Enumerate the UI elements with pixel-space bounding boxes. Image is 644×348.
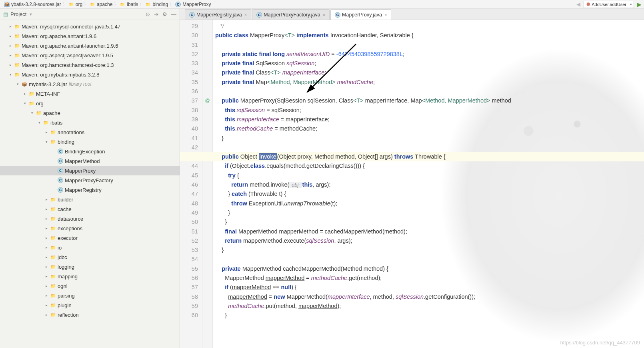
tree-twisty[interactable]: ▸ <box>43 130 50 134</box>
tree-twisty[interactable]: ▸ <box>43 217 50 221</box>
gutter-mark[interactable] <box>202 124 212 133</box>
tree-twisty[interactable]: ▸ <box>43 294 50 298</box>
line-number[interactable]: 44 <box>180 161 198 171</box>
tree-row[interactable]: ▸📁reflection <box>0 310 180 320</box>
tree-twisty[interactable]: ▸ <box>43 207 50 211</box>
nav-arrow-left-icon[interactable]: ◀ <box>576 1 580 7</box>
tree-row[interactable]: ▸📁Maven: org.aspectj:aspectjweaver:1.9.5 <box>0 50 180 60</box>
line-number[interactable]: 60 <box>180 311 198 320</box>
line-number[interactable]: 57 <box>180 283 198 292</box>
code-line[interactable]: if (Object.class.equals(method.getDeclar… <box>215 161 644 171</box>
line-number[interactable]: 58 <box>180 292 198 302</box>
line-number[interactable]: 49 <box>180 208 198 217</box>
gutter-mark[interactable] <box>202 302 212 311</box>
close-icon[interactable]: × <box>323 12 325 17</box>
tree-row[interactable]: ▸📁jdbc <box>0 252 180 262</box>
tree-twisty[interactable]: ▸ <box>7 34 14 38</box>
tree-twisty[interactable]: ▸ <box>7 24 14 28</box>
line-number[interactable]: 39 <box>180 115 198 124</box>
line-number[interactable]: 50 <box>180 217 198 227</box>
gutter-mark[interactable] <box>202 245 212 255</box>
tree-twisty[interactable]: ▸ <box>7 53 14 57</box>
code-line[interactable]: this.sqlSession = sqlSession; <box>215 106 644 115</box>
line-number[interactable]: 46 <box>180 180 198 189</box>
gutter-mark[interactable] <box>202 199 212 208</box>
tree-row[interactable]: ▾📁binding <box>0 137 180 147</box>
gutter-mark[interactable] <box>202 87 212 96</box>
gutter-marks[interactable]: @⬤↑@ <box>202 20 213 348</box>
line-number[interactable]: 52 <box>180 236 198 245</box>
code-line[interactable]: final MapperMethod mapperMethod = cached… <box>215 227 644 236</box>
tree-row[interactable]: CMapperProxyFactory <box>0 175 180 185</box>
tree-twisty[interactable]: ▸ <box>43 255 50 259</box>
tree-twisty[interactable]: ▸ <box>43 226 50 230</box>
tree-row[interactable]: CMapperRegistry <box>0 185 180 195</box>
tree-twisty[interactable]: ▸ <box>43 265 50 269</box>
tree-row[interactable]: ▸📁exceptions <box>0 223 180 233</box>
code-line[interactable]: } catch (Throwable t) { <box>215 189 644 199</box>
code-line[interactable]: */ <box>215 22 644 31</box>
tree-twisty[interactable]: ▸ <box>43 313 50 317</box>
code-line[interactable]: private final SqlSession sqlSession; <box>215 59 644 68</box>
breadcrumb-item[interactable]: 📁org <box>67 2 84 7</box>
line-number[interactable]: 36 <box>180 87 198 96</box>
code-line[interactable]: this.mapperInterface = mapperInterface; <box>215 115 644 124</box>
tree-row[interactable]: ▸📁Maven: org.hamcrest:hamcrest-core:1.3 <box>0 60 180 70</box>
run-button[interactable]: ▶ <box>637 1 642 8</box>
tree-twisty[interactable]: ▸ <box>43 303 50 307</box>
line-number[interactable]: 56 <box>180 274 198 283</box>
tree-row[interactable]: ▸📁Maven: mysql:mysql-connector-java:5.1.… <box>0 22 180 31</box>
gutter-mark[interactable] <box>202 115 212 124</box>
tree-row[interactable]: ▸📁mapping <box>0 272 180 281</box>
tree-row[interactable]: ▾📁Maven: org.mybatis:mybatis:3.2.8 <box>0 70 180 79</box>
code-line[interactable]: private static final long serialVersionU… <box>215 50 644 59</box>
gutter-mark[interactable] <box>202 171 212 180</box>
line-number[interactable]: 29 <box>180 22 198 31</box>
gutter-mark[interactable] <box>202 106 212 115</box>
code-line[interactable] <box>215 40 644 50</box>
tree-twisty[interactable]: ▸ <box>43 274 50 278</box>
tree-row[interactable]: ▸📁Maven: org.apache.ant:ant:1.9.6 <box>0 31 180 41</box>
tree-row[interactable]: CMapperMethod <box>0 156 180 166</box>
gutter-mark[interactable] <box>202 189 212 199</box>
tree-row[interactable]: ▸📁executor <box>0 233 180 243</box>
tree-row[interactable]: ▾📁apache <box>0 108 180 118</box>
tree-twisty[interactable]: ▸ <box>43 284 50 288</box>
code-line[interactable]: MapperMethod mapperMethod = methodCache.… <box>215 274 644 283</box>
run-config-dropdown[interactable]: ⬣ AddUser.addUser <box>584 1 634 8</box>
line-number[interactable]: 55 <box>180 264 198 274</box>
tree-twisty[interactable]: ▸ <box>7 63 14 67</box>
gutter-mark[interactable] <box>202 40 212 50</box>
line-number[interactable]: 32 <box>180 50 198 59</box>
project-view-selector[interactable]: ▤ Project ▼ <box>3 11 32 17</box>
gutter-mark[interactable] <box>202 161 212 171</box>
tree-row[interactable]: ▸📁META-INF <box>0 89 180 99</box>
tree-twisty[interactable]: ▸ <box>43 236 50 240</box>
line-number[interactable]: 37 <box>180 96 198 105</box>
close-icon[interactable]: × <box>244 12 247 17</box>
breadcrumb-item[interactable]: 📁apache <box>88 2 114 7</box>
gutter-mark[interactable] <box>202 255 212 264</box>
line-number[interactable]: 38 <box>180 106 198 115</box>
breadcrumb-item[interactable]: 📦ybatis-3.2.8-sources.jar <box>2 2 63 7</box>
tree-row[interactable]: ▾📦mybatis-3.2.8.jarlibrary root <box>0 79 180 89</box>
code-line[interactable] <box>215 255 644 264</box>
code-line[interactable]: private final Map<Method, MapperMethod> … <box>215 78 644 87</box>
code-line[interactable]: private final Class<T> mapperInterface; <box>215 68 644 77</box>
tree-row[interactable]: ▾📁org <box>0 99 180 108</box>
tree-row[interactable]: CBindingException <box>0 147 180 156</box>
gutter-mark[interactable] <box>202 274 212 283</box>
breadcrumb-item[interactable]: 📁ibatis <box>118 2 140 7</box>
gutter-mark[interactable] <box>202 283 212 292</box>
tree-twisty[interactable]: ▾ <box>7 72 14 76</box>
code-line[interactable]: private MapperMethod cachedMapperMethod(… <box>215 264 644 274</box>
close-icon[interactable]: × <box>384 12 387 17</box>
tree-row[interactable]: ▸📁Maven: org.apache.ant:ant-launcher:1.9… <box>0 41 180 50</box>
tree-twisty[interactable]: ▸ <box>7 44 14 48</box>
tree-row[interactable]: ▸📁ognl <box>0 281 180 291</box>
line-number[interactable]: 47 <box>180 189 198 199</box>
tree-row[interactable]: ▸📁io <box>0 243 180 252</box>
line-number[interactable]: 31 <box>180 40 198 50</box>
gutter[interactable]: 2930313233343536373839404142434445464748… <box>180 20 202 348</box>
gutter-mark[interactable] <box>202 22 212 31</box>
